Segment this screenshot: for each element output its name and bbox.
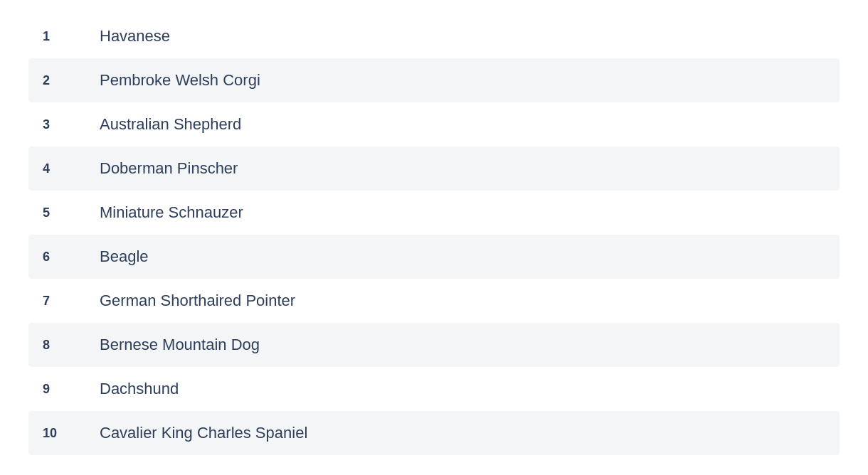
breed-list: 1Havanese2Pembroke Welsh Corgi3Australia… [0,0,868,469]
breed-name: Australian Shepherd [100,115,241,134]
rank-number: 2 [43,73,100,88]
rank-number: 9 [43,382,100,397]
rank-number: 3 [43,117,100,132]
list-item: 3Australian Shepherd [28,102,840,146]
breed-name: Bernese Mountain Dog [100,336,260,354]
rank-number: 6 [43,250,100,265]
list-item: 10Cavalier King Charles Spaniel [28,411,840,455]
breed-name: Pembroke Welsh Corgi [100,71,260,90]
rank-number: 7 [43,294,100,309]
breed-name: Miniature Schnauzer [100,203,243,222]
breed-name: Dachshund [100,380,179,398]
list-item: 6Beagle [28,235,840,279]
list-item: 5Miniature Schnauzer [28,191,840,235]
rank-number: 4 [43,161,100,176]
list-item: 4Doberman Pinscher [28,146,840,191]
breed-name: Doberman Pinscher [100,159,238,178]
list-item: 2Pembroke Welsh Corgi [28,58,840,102]
list-item: 7German Shorthaired Pointer [28,279,840,323]
rank-number: 5 [43,206,100,220]
breed-name: Havanese [100,27,170,46]
list-item: 8Bernese Mountain Dog [28,323,840,367]
list-item: 1Havanese [28,14,840,58]
breed-name: German Shorthaired Pointer [100,292,295,310]
breed-name: Cavalier King Charles Spaniel [100,424,307,442]
rank-number: 10 [43,426,100,441]
breed-name: Beagle [100,247,149,266]
rank-number: 8 [43,338,100,353]
list-item: 9Dachshund [28,367,840,411]
rank-number: 1 [43,29,100,44]
